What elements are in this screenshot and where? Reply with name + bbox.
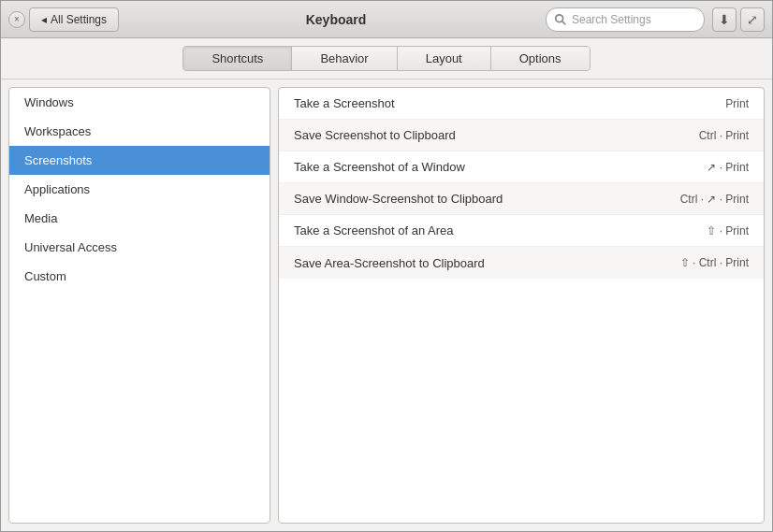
shortcut-row-4[interactable]: Take a Screenshot of an Area ⇧ · Print	[279, 215, 764, 247]
keyboard-settings-window: × ◂ All Settings Keyboard ⬇ ⤢ Shortcuts	[0, 0, 773, 532]
search-box[interactable]	[546, 7, 705, 32]
tab-group: Shortcuts Behavior Layout Options	[182, 46, 590, 71]
shortcut-name-1: Save Screenshot to Clipboard	[294, 128, 699, 142]
search-input[interactable]	[572, 13, 696, 26]
sidebar-item-workspaces[interactable]: Workspaces	[9, 117, 270, 146]
tab-behavior[interactable]: Behavior	[292, 47, 397, 70]
titlebar-actions: ⬇ ⤢	[712, 7, 765, 32]
shortcut-keys-3: Ctrl · ↗ · Print	[680, 193, 749, 206]
shortcut-keys-4: ⇧ · Print	[707, 224, 749, 237]
expand-icon: ⤢	[747, 12, 758, 27]
close-button[interactable]: ×	[8, 11, 25, 28]
shortcut-name-5: Save Area-Screenshot to Clipboard	[294, 256, 680, 270]
shortcut-name-2: Take a Screenshot of a Window	[294, 160, 707, 174]
shortcut-row-1[interactable]: Save Screenshot to Clipboard Ctrl · Prin…	[279, 120, 764, 151]
download-button[interactable]: ⬇	[712, 7, 737, 32]
sidebar-item-applications[interactable]: Applications	[9, 175, 270, 204]
shortcut-row-0[interactable]: Take a Screenshot Print	[279, 88, 764, 120]
close-icon: ×	[14, 14, 20, 24]
all-settings-button[interactable]: ◂ All Settings	[29, 7, 119, 32]
shortcut-row-5[interactable]: Save Area-Screenshot to Clipboard ⇧ · Ct…	[279, 247, 764, 279]
shortcut-keys-1: Ctrl · Print	[699, 129, 749, 142]
main-content: Windows Workspaces Screenshots Applicati…	[8, 87, 765, 524]
back-icon: ◂	[41, 13, 47, 26]
titlebar: × ◂ All Settings Keyboard ⬇ ⤢	[1, 1, 772, 38]
svg-point-0	[556, 14, 563, 22]
sidebar-item-windows[interactable]: Windows	[9, 88, 270, 117]
shortcut-keys-0: Print	[725, 97, 749, 110]
shortcut-name-3: Save Window-Screenshot to Clipboard	[294, 192, 680, 206]
sidebar-item-screenshots[interactable]: Screenshots	[9, 146, 270, 175]
tabs-bar: Shortcuts Behavior Layout Options	[1, 38, 772, 79]
sidebar-item-media[interactable]: Media	[9, 204, 270, 233]
tab-layout[interactable]: Layout	[398, 47, 491, 70]
shortcut-name-4: Take a Screenshot of an Area	[294, 223, 707, 237]
tab-options[interactable]: Options	[491, 47, 590, 70]
shortcut-keys-2: ↗ · Print	[707, 161, 749, 174]
tab-shortcuts[interactable]: Shortcuts	[183, 47, 292, 70]
window-title: Keyboard	[126, 12, 546, 27]
download-icon: ⬇	[719, 12, 730, 27]
back-label: All Settings	[51, 13, 107, 26]
sidebar: Windows Workspaces Screenshots Applicati…	[8, 87, 270, 524]
sidebar-item-universal-access[interactable]: Universal Access	[9, 233, 270, 262]
shortcut-row-3[interactable]: Save Window-Screenshot to Clipboard Ctrl…	[279, 183, 764, 215]
shortcuts-panel: Take a Screenshot Print Save Screenshot …	[278, 87, 765, 524]
svg-line-1	[562, 21, 566, 24]
sidebar-item-custom[interactable]: Custom	[9, 262, 270, 291]
shortcut-keys-5: ⇧ · Ctrl · Print	[680, 256, 749, 269]
shortcut-name-0: Take a Screenshot	[294, 96, 725, 110]
shortcut-row-2[interactable]: Take a Screenshot of a Window ↗ · Print	[279, 151, 764, 183]
expand-button[interactable]: ⤢	[740, 7, 765, 32]
search-icon	[554, 13, 567, 26]
